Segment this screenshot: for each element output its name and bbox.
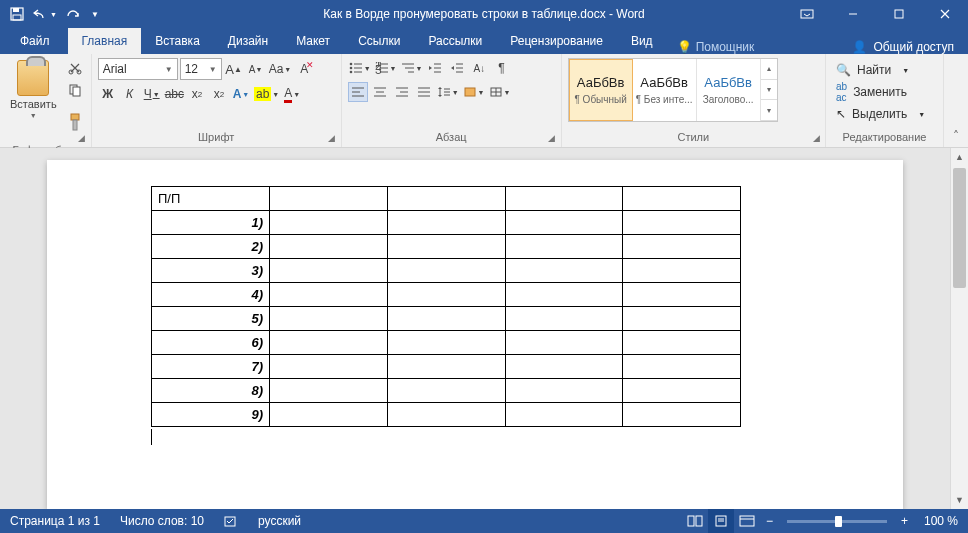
table-cell[interactable]: [505, 259, 623, 283]
table-cell[interactable]: [270, 307, 388, 331]
show-marks-button[interactable]: ¶: [491, 58, 511, 78]
align-center-button[interactable]: [370, 82, 390, 102]
scroll-thumb[interactable]: [953, 168, 966, 288]
table-cell[interactable]: [387, 187, 505, 211]
table-cell[interactable]: [623, 211, 741, 235]
grow-font-button[interactable]: A▲: [224, 59, 244, 79]
shrink-font-button[interactable]: A▼: [246, 59, 266, 79]
zoom-in-button[interactable]: +: [895, 509, 914, 533]
table-cell[interactable]: [387, 379, 505, 403]
table-cell[interactable]: 2): [152, 235, 270, 259]
underline-button[interactable]: Ч▼: [142, 84, 162, 104]
table-row[interactable]: 5): [152, 307, 741, 331]
table-cell[interactable]: [387, 283, 505, 307]
table-cell[interactable]: [505, 379, 623, 403]
subscript-button[interactable]: x2: [187, 84, 207, 104]
zoom-slider[interactable]: [787, 520, 887, 523]
table-row[interactable]: 1): [152, 211, 741, 235]
table-cell[interactable]: [505, 187, 623, 211]
clipboard-dialog-launcher[interactable]: ◢: [75, 131, 89, 145]
table-cell[interactable]: [387, 211, 505, 235]
table-cell[interactable]: [505, 283, 623, 307]
superscript-button[interactable]: x2: [209, 84, 229, 104]
table-row[interactable]: 8): [152, 379, 741, 403]
print-layout-button[interactable]: [708, 509, 734, 533]
table-cell[interactable]: [270, 355, 388, 379]
table-cell[interactable]: [505, 403, 623, 427]
redo-button[interactable]: [60, 2, 86, 26]
zoom-thumb[interactable]: [835, 516, 842, 527]
table-cell[interactable]: [623, 355, 741, 379]
scroll-down-button[interactable]: ▼: [951, 491, 968, 509]
scroll-track[interactable]: [951, 166, 968, 491]
borders-button[interactable]: ▼: [488, 82, 512, 102]
table-cell[interactable]: [623, 379, 741, 403]
table-cell[interactable]: [387, 331, 505, 355]
close-button[interactable]: [922, 0, 968, 28]
style-item-1[interactable]: АаБбВв¶ Без инте...: [633, 59, 697, 121]
tab-mailings[interactable]: Рассылки: [414, 28, 496, 54]
shading-button[interactable]: ▼: [462, 82, 486, 102]
tell-me[interactable]: 💡Помощник: [667, 40, 765, 54]
table-cell[interactable]: [270, 259, 388, 283]
table-cell[interactable]: [505, 355, 623, 379]
font-dialog-launcher[interactable]: ◢: [325, 131, 339, 145]
maximize-button[interactable]: [876, 0, 922, 28]
table-row[interactable]: 9): [152, 403, 741, 427]
table-row[interactable]: П/П: [152, 187, 741, 211]
table-cell[interactable]: [270, 379, 388, 403]
find-button[interactable]: 🔍Найти▼: [832, 60, 929, 80]
table-cell[interactable]: 3): [152, 259, 270, 283]
table-cell[interactable]: [623, 259, 741, 283]
tab-design[interactable]: Дизайн: [214, 28, 282, 54]
table-cell[interactable]: [270, 187, 388, 211]
tab-home[interactable]: Главная: [68, 28, 142, 54]
table-cell[interactable]: [623, 187, 741, 211]
tab-insert[interactable]: Вставка: [141, 28, 214, 54]
undo-button[interactable]: ▼: [32, 2, 58, 26]
share-button[interactable]: 👤Общий доступ: [838, 40, 968, 54]
numbering-button[interactable]: 123▼: [374, 58, 398, 78]
table-cell[interactable]: [270, 283, 388, 307]
increase-indent-button[interactable]: [447, 58, 467, 78]
multilevel-list-button[interactable]: ▼: [400, 58, 424, 78]
table-cell[interactable]: [623, 307, 741, 331]
qat-customize[interactable]: ▼: [88, 2, 102, 26]
table-cell[interactable]: [387, 355, 505, 379]
table-cell[interactable]: [623, 283, 741, 307]
table-cell[interactable]: 6): [152, 331, 270, 355]
copy-button[interactable]: [65, 80, 85, 100]
select-button[interactable]: ↖Выделить▼: [832, 104, 929, 124]
zoom-out-button[interactable]: −: [760, 509, 779, 533]
clear-formatting-button[interactable]: A✕: [294, 59, 314, 79]
text-effects-button[interactable]: A▼: [231, 84, 251, 104]
table-cell[interactable]: [623, 235, 741, 259]
save-button[interactable]: [4, 2, 30, 26]
tab-file[interactable]: Файл: [2, 28, 68, 54]
sort-button[interactable]: A↓: [469, 58, 489, 78]
table-cell[interactable]: 9): [152, 403, 270, 427]
tab-review[interactable]: Рецензирование: [496, 28, 617, 54]
table-cell[interactable]: 1): [152, 211, 270, 235]
table-cell[interactable]: [505, 211, 623, 235]
table-cell[interactable]: [387, 259, 505, 283]
align-left-button[interactable]: [348, 82, 368, 102]
styles-gallery-more[interactable]: ▴▾▾: [761, 59, 777, 121]
tab-view[interactable]: Вид: [617, 28, 667, 54]
collapse-ribbon-button[interactable]: ˄: [944, 54, 968, 147]
table-row[interactable]: 6): [152, 331, 741, 355]
vertical-scrollbar[interactable]: ▲ ▼: [950, 148, 968, 509]
ribbon-display-options[interactable]: [784, 0, 830, 28]
table-cell[interactable]: [270, 403, 388, 427]
table-cell[interactable]: [623, 403, 741, 427]
highlight-button[interactable]: ab▼: [253, 84, 280, 104]
line-spacing-button[interactable]: ▼: [436, 82, 460, 102]
scroll-up-button[interactable]: ▲: [951, 148, 968, 166]
read-mode-button[interactable]: [682, 509, 708, 533]
table-row[interactable]: 3): [152, 259, 741, 283]
table-cell[interactable]: 7): [152, 355, 270, 379]
table-cell[interactable]: 5): [152, 307, 270, 331]
web-layout-button[interactable]: [734, 509, 760, 533]
proofing-button[interactable]: [214, 509, 248, 533]
table-row[interactable]: 2): [152, 235, 741, 259]
